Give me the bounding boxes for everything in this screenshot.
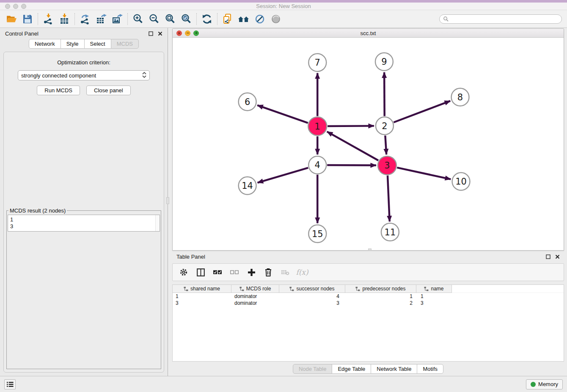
toggle-panel-icon[interactable] [196,268,205,276]
table-cell[interactable]: 3 [416,300,452,306]
column-header-predecessor-nodes[interactable]: predecessor nodes [345,285,416,293]
import-table-icon[interactable] [56,12,72,26]
table-cell[interactable]: 3 [173,300,231,306]
zoom-selected-icon[interactable] [178,12,194,26]
graph-edge-4-14[interactable] [258,168,308,182]
graph-edge-2-9[interactable] [384,72,385,116]
export-image-icon[interactable] [109,12,125,26]
table-header-row: shared nameMCDS rolesuccessor nodesprede… [173,285,564,293]
table-cell[interactable]: 4 [279,293,345,300]
first-neighbors-icon[interactable] [236,12,252,26]
graph-node-6[interactable]: 6 [239,93,256,110]
table-settings-icon[interactable] [179,268,188,276]
graph-edge-3-1[interactable] [327,132,378,160]
graph-node-4[interactable]: 4 [308,156,326,174]
main-titlebar[interactable]: Session: New Session [0,3,567,10]
column-header-successor-nodes[interactable]: successor nodes [279,285,345,293]
import-network-icon[interactable] [40,12,56,26]
search-field[interactable] [439,14,562,24]
tab-motifs[interactable]: Motifs [417,364,443,374]
clone-network-icon[interactable] [220,12,236,26]
table-row[interactable]: 1dominator411 [173,293,564,300]
export-table-icon[interactable] [93,12,109,26]
network-window-titlebar[interactable]: scc.txt [173,29,564,38]
hide-selected-icon[interactable] [252,12,268,26]
add-column-icon[interactable] [247,268,256,276]
criterion-select[interactable]: strongly connected component [18,70,150,80]
mcds-result-title: MCDS result (2 nodes) [8,207,67,214]
deselect-all-columns-icon[interactable] [230,268,239,276]
save-session-icon[interactable] [19,12,36,26]
delete-table-icon[interactable] [281,268,289,276]
float-table-panel-icon[interactable] [546,254,550,259]
graph-edge-1-6[interactable] [257,105,308,123]
svg-text:6: 6 [245,97,250,107]
graph-node-1[interactable]: 1 [308,117,327,135]
table-cell[interactable]: dominator [231,293,279,300]
search-icon [443,16,449,22]
column-header-shared-name[interactable]: shared name [173,285,231,293]
graph-node-7[interactable]: 7 [308,54,326,72]
table-cell[interactable]: 1 [416,293,452,300]
zoom-out-icon[interactable] [146,12,162,26]
graph-node-10[interactable]: 10 [452,173,470,190]
zoom-in-icon[interactable] [130,12,146,26]
graph-edge-3-11[interactable] [388,176,390,222]
network-canvas[interactable]: 7968124314101511 [173,38,564,250]
column-header-name[interactable]: name [416,285,452,293]
export-network-icon[interactable] [77,12,93,26]
splitter-grip-horizontal[interactable] [368,248,372,251]
close-table-panel-icon[interactable] [555,254,560,259]
task-history-button[interactable] [4,379,16,389]
table-cell[interactable]: 1 [173,293,231,300]
show-hidden-icon[interactable] [268,12,284,26]
run-mcds-button[interactable]: Run MCDS [37,86,80,95]
graph-node-8[interactable]: 8 [451,88,469,106]
list-icon [7,381,14,387]
graph-node-2[interactable]: 2 [376,117,394,135]
graph-edge-4-3[interactable] [327,165,376,166]
apply-function-icon[interactable]: f(x) [298,268,306,276]
table-row[interactable]: 3dominator323 [173,300,564,306]
table-cell[interactable]: dominator [231,300,279,306]
tab-edge-table[interactable]: Edge Table [332,364,371,374]
graph-node-9[interactable]: 9 [375,53,393,71]
zoom-fit-icon[interactable] [162,12,178,26]
column-type-icon [289,287,294,291]
tab-node-table[interactable]: Node Table [293,364,333,374]
delete-column-icon[interactable] [264,268,272,276]
tab-mcds[interactable]: MCDS [111,39,139,49]
column-header-MCDS-role[interactable]: MCDS role [231,285,279,293]
tab-select[interactable]: Select [84,39,111,49]
close-panel-icon[interactable] [158,31,162,36]
control-panel-title: Control Panel [5,30,39,37]
open-session-icon[interactable] [3,12,19,26]
graph-node-14[interactable]: 14 [239,177,256,195]
table-cell[interactable]: 1 [345,293,416,300]
splitter-grip[interactable] [166,197,169,204]
table-cell[interactable]: 3 [279,300,345,306]
tab-style[interactable]: Style [61,39,85,49]
svg-text:14: 14 [242,181,253,191]
memory-label: Memory [538,381,558,387]
graph-node-3[interactable]: 3 [378,156,396,175]
float-panel-icon[interactable] [149,31,153,36]
graph-edge-1-2[interactable] [328,126,374,126]
apply-layout-icon[interactable] [199,12,215,26]
mcds-result-area[interactable]: 1 3 [8,215,160,232]
svg-text:15: 15 [312,229,323,239]
memory-button[interactable]: Memory [526,379,563,389]
graph-node-11[interactable]: 11 [381,223,399,241]
graph-edge-2-8[interactable] [394,101,450,122]
result-scrollbar[interactable] [155,215,160,231]
graph-edge-3-10[interactable] [397,168,451,179]
table-cell[interactable]: 2 [345,300,416,306]
tab-network-table[interactable]: Network Table [371,364,417,374]
graph-node-15[interactable]: 15 [308,225,326,243]
close-panel-button[interactable]: Close panel [86,86,131,95]
search-input[interactable] [451,16,558,22]
tab-network[interactable]: Network [29,39,61,49]
select-stepper-icon [142,72,146,79]
graph-edge-2-3[interactable] [385,135,386,155]
select-all-columns-icon[interactable] [213,268,222,276]
